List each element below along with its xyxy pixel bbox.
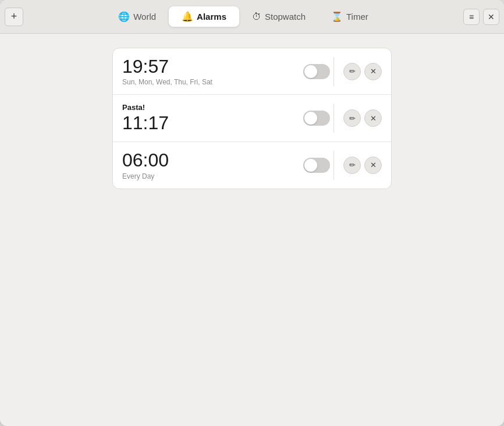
alarms-tab-label: Alarms [197,12,226,22]
edit-icon-2: ✏ [349,114,356,123]
alarm-controls-1: ✏ ✕ [303,57,382,86]
tab-stopwatch[interactable]: ⏱ Stopwatch [239,7,318,27]
world-tab-label: World [133,12,156,22]
alarm-controls-2: ✏ ✕ [303,104,382,133]
alarm-edit-button-3[interactable]: ✏ [343,157,361,174]
separator-2 [333,104,334,133]
close-icon: ✕ [488,12,495,22]
edit-icon-3: ✏ [349,161,356,169]
alarm-delete-button-3[interactable]: ✕ [364,157,382,174]
alarm-info-1: 19:57 Sun, Mon, Wed, Thu, Fri, Sat [122,56,303,86]
titlebar-left: + [5,8,23,26]
titlebar-right: ≡ ✕ [463,9,499,25]
alarms-tab-icon: 🔔 [182,11,193,22]
alarm-toggle-2[interactable] [303,111,330,126]
separator-3 [333,151,334,180]
delete-icon-3: ✕ [370,161,377,169]
stopwatch-tab-icon: ⏱ [252,12,261,22]
alarm-days-1: Sun, Mon, Wed, Thu, Fri, Sat [122,78,303,86]
alarm-delete-button-1[interactable]: ✕ [364,63,382,80]
alarm-toggle-1[interactable] [303,64,330,79]
alarm-row: 06:00 Every Day ✏ ✕ [113,142,391,188]
tab-world[interactable]: 🌐 World [105,6,169,27]
delete-icon-1: ✕ [370,67,377,76]
alarm-delete-button-2[interactable]: ✕ [364,109,382,127]
world-tab-icon: 🌐 [118,11,130,22]
plus-icon: + [11,10,17,23]
edit-icon-1: ✏ [349,67,356,76]
alarm-time-2: 11:17 [122,113,303,133]
alarm-row: 19:57 Sun, Mon, Wed, Thu, Fri, Sat ✏ ✕ [113,48,391,95]
stopwatch-tab-label: Stopwatch [265,12,306,22]
main-content: 19:57 Sun, Mon, Wed, Thu, Fri, Sat ✏ ✕ [0,34,504,426]
app-window: + 🌐 World 🔔 Alarms ⏱ Stopwatch ⌛ Timer [0,0,504,426]
alarm-label-2: Pasta! [122,103,303,112]
add-alarm-button[interactable]: + [5,8,23,26]
titlebar: + 🌐 World 🔔 Alarms ⏱ Stopwatch ⌛ Timer [0,0,504,34]
alarms-list: 19:57 Sun, Mon, Wed, Thu, Fri, Sat ✏ ✕ [112,48,392,189]
menu-icon: ≡ [469,12,474,22]
alarm-time-1: 19:57 [122,56,303,77]
separator-1 [333,57,334,86]
tab-timer[interactable]: ⌛ Timer [318,6,381,27]
close-button[interactable]: ✕ [483,9,499,25]
alarm-time-3: 06:00 [122,150,303,171]
delete-icon-2: ✕ [370,114,377,123]
alarm-info-2: Pasta! 11:17 [122,103,303,133]
timer-tab-icon: ⌛ [331,11,343,22]
alarm-controls-3: ✏ ✕ [303,151,382,180]
alarm-info-3: 06:00 Every Day [122,150,303,180]
alarm-edit-button-1[interactable]: ✏ [343,63,361,80]
tab-alarms[interactable]: 🔔 Alarms [169,6,239,27]
menu-button[interactable]: ≡ [463,9,480,25]
alarm-row: Pasta! 11:17 ✏ ✕ [113,95,391,142]
alarm-toggle-3[interactable] [303,158,330,173]
timer-tab-label: Timer [346,12,368,22]
tabs-container: 🌐 World 🔔 Alarms ⏱ Stopwatch ⌛ Timer [23,6,463,27]
alarm-days-3: Every Day [122,172,303,180]
alarm-edit-button-2[interactable]: ✏ [343,109,361,127]
